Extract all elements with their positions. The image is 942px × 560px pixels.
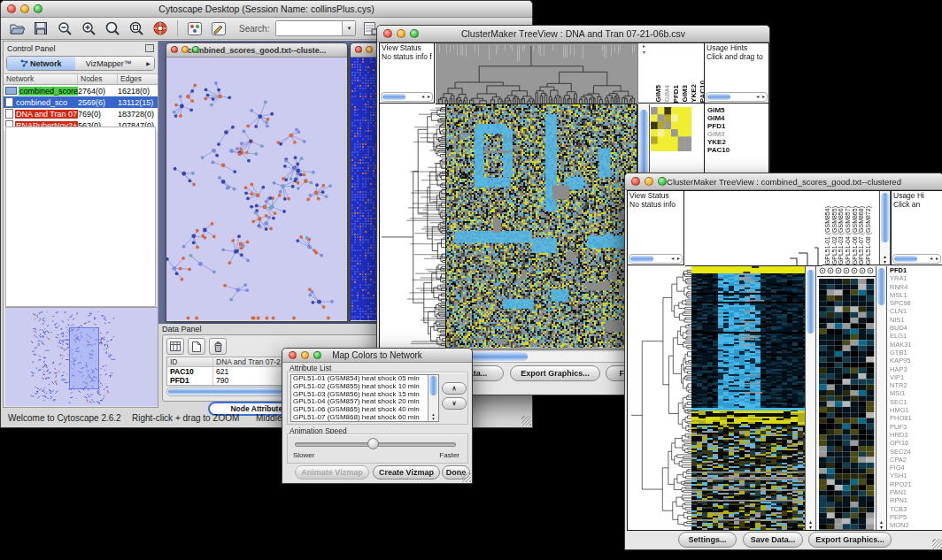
animate-vizmap-button[interactable]: Animate Vizmap	[295, 465, 369, 479]
resize-grip[interactable]	[932, 539, 942, 548]
create-vizmap-button[interactable]: Create Vizmap	[373, 465, 440, 479]
export-graphics-button[interactable]: Export Graphics...	[808, 532, 892, 548]
column-labels-vscrollbar[interactable]: ▴▾	[879, 191, 891, 265]
title-bar[interactable]: ClusterMaker TreeView : DNA and Tran 07-…	[377, 26, 769, 42]
network-view-window[interactable]: combined_scores_good.txt--cluste...	[166, 42, 348, 322]
gene-label[interactable]: BUD4	[890, 324, 942, 332]
minimize-icon[interactable]	[20, 4, 29, 13]
tv2-row-dendrogram-canvas[interactable]	[628, 266, 691, 530]
save-button[interactable]	[32, 19, 50, 37]
slider-thumb-icon[interactable]	[367, 438, 379, 449]
resize-grip[interactable]	[521, 416, 531, 426]
gene-label[interactable]: MSI1	[890, 389, 942, 397]
gene-label[interactable]: SPC98	[890, 299, 942, 307]
title-bar[interactable]: ClusterMaker TreeView : combined_scores_…	[625, 173, 942, 190]
network-view-canvas[interactable]	[166, 58, 345, 320]
network-list-row[interactable]: combined_scores 2764(0) 16218(0)	[4, 85, 158, 96]
network-list-row[interactable]: combined_sco 2569(6) 13112(15)	[4, 96, 158, 108]
delete-attribute-button[interactable]	[209, 338, 227, 355]
close-icon[interactable]	[631, 177, 640, 186]
view-status-hscrollbar[interactable]: ◂ ▸	[629, 254, 683, 264]
zoom-window-icon[interactable]	[192, 46, 199, 53]
gene-label[interactable]: SEC24	[890, 448, 942, 456]
zoom-out-button[interactable]	[56, 19, 73, 37]
close-icon[interactable]	[383, 29, 392, 38]
close-icon[interactable]	[7, 4, 16, 13]
zoom-window-icon[interactable]	[410, 29, 419, 38]
overview-canvas[interactable]	[5, 308, 158, 406]
tab-overflow-button[interactable]: ▶	[143, 57, 154, 70]
minimize-icon[interactable]	[181, 46, 189, 53]
gene-label[interactable]: PAC10	[707, 146, 730, 154]
zoom-fit-button[interactable]	[127, 19, 145, 37]
tab-vizmapper[interactable]: VizMapper™	[75, 57, 143, 70]
tv1-zoom-matrix-canvas[interactable]	[651, 107, 691, 151]
zoom-window-icon[interactable]	[313, 351, 321, 359]
gene-label[interactable]: GIM5	[707, 106, 730, 114]
minimize-icon[interactable]	[645, 177, 653, 186]
gene-label[interactable]: SEC1	[890, 398, 942, 406]
select-attributes-button[interactable]	[166, 338, 184, 355]
gene-label[interactable]: RPN1	[890, 496, 942, 504]
gene-label[interactable]: GIM4	[707, 114, 730, 122]
search-input[interactable]	[276, 21, 342, 35]
gene-label[interactable]: YRA1	[890, 274, 942, 282]
gene-label[interactable]: NIS1	[890, 316, 942, 324]
close-icon[interactable]	[289, 351, 297, 359]
close-icon[interactable]	[171, 46, 178, 53]
network-list-row[interactable]: DNA and Tran 07 769(0) 183728(0)	[4, 108, 158, 119]
gene-label[interactable]: CPA2	[890, 456, 942, 464]
move-up-button[interactable]: ∧	[442, 382, 467, 395]
tv1-heatmap-canvas[interactable]	[445, 104, 637, 348]
title-bar[interactable]: Map Colors to Network	[282, 349, 472, 363]
network-view-titlebar[interactable]: combined_scores_good.txt--cluste...	[166, 43, 347, 58]
export-graphics-button[interactable]: Export Graphics...	[510, 365, 600, 381]
gene-label[interactable]: RNR4	[890, 283, 942, 291]
title-bar[interactable]: Cytoscape Desktop (Session Name: collins…	[1, 1, 532, 18]
attribute-list-scrollbar[interactable]: ▴▾	[428, 375, 438, 421]
gene-label[interactable]: GPI16	[890, 439, 942, 447]
attribute-list-item[interactable]: GPL51-07 (GSM868) heat shock 60 min	[291, 414, 438, 422]
gene-label[interactable]: TCB3	[890, 505, 942, 513]
col-edges[interactable]: Edges	[118, 74, 158, 84]
settings-button[interactable]: Settings...	[678, 532, 737, 548]
column-tree-scroll-strip[interactable]: ▸▾	[637, 43, 650, 104]
close-icon[interactable]	[355, 46, 362, 53]
view-status-hscrollbar[interactable]: ◂ ▸	[381, 92, 433, 102]
zoom-in-button[interactable]	[80, 19, 97, 37]
new-attribute-button[interactable]	[188, 338, 205, 355]
float-panel-icon[interactable]	[145, 44, 154, 52]
save-data-button[interactable]: Save Data...	[743, 532, 803, 548]
col-nodes[interactable]: Nodes	[78, 74, 118, 84]
usage-hints-hscrollbar[interactable]: ◂ ▸	[706, 92, 768, 102]
gene-label[interactable]: GIM3	[707, 130, 730, 138]
minimize-icon[interactable]	[366, 46, 373, 53]
vizmapper-icon-button[interactable]	[186, 19, 204, 37]
gene-label[interactable]: MAK31	[890, 341, 942, 349]
help-ring-icon[interactable]	[151, 19, 169, 37]
tv2-heatmap-canvas[interactable]	[691, 266, 805, 530]
gene-label[interactable]: PEP5	[890, 513, 942, 521]
resize-grip[interactable]	[461, 472, 471, 482]
search-dropdown-button[interactable]: ▼	[342, 21, 355, 35]
annotation-icon-button[interactable]	[210, 19, 228, 37]
gene-label[interactable]: PAN1	[890, 488, 942, 496]
tab-network[interactable]: Network	[7, 57, 75, 70]
tv1-column-dendrogram-canvas[interactable]	[436, 43, 637, 104]
move-down-button[interactable]: ∨	[442, 397, 467, 410]
gene-label[interactable]: ELG1	[890, 332, 942, 340]
gene-label[interactable]: CLN1	[890, 307, 942, 315]
gene-label[interactable]: MSL1	[890, 291, 942, 299]
gene-label[interactable]: PFD1	[707, 122, 730, 130]
tv2-column-dendrogram-canvas[interactable]	[685, 191, 822, 266]
zoom-window-icon[interactable]	[34, 4, 42, 13]
gene-label[interactable]: HAP3	[890, 365, 942, 373]
minimize-icon[interactable]	[397, 29, 405, 38]
gene-label[interactable]: PUF3	[890, 423, 942, 431]
tv2-zoom-canvas[interactable]	[817, 266, 876, 530]
open-file-button[interactable]	[8, 19, 26, 37]
gene-label[interactable]: HRD3	[890, 431, 942, 439]
tv1-row-dendrogram-canvas[interactable]	[380, 104, 445, 348]
gene-label[interactable]: FIG4	[890, 464, 942, 472]
gene-label[interactable]: YKE2	[707, 138, 730, 146]
